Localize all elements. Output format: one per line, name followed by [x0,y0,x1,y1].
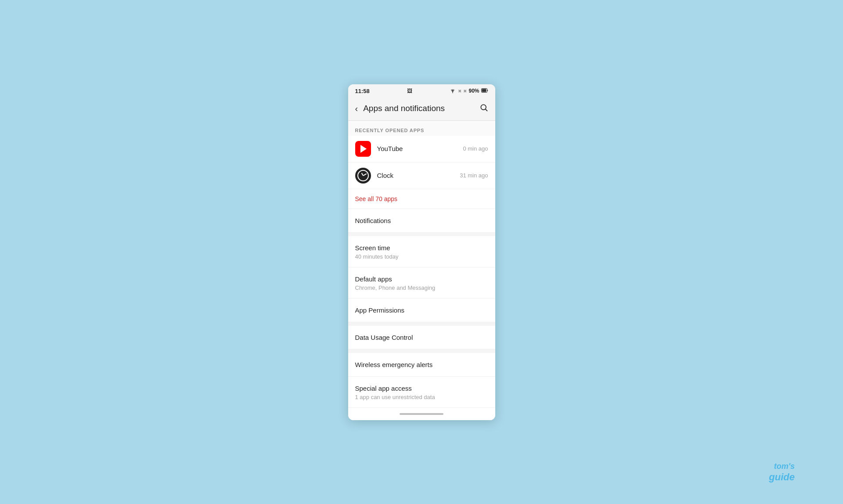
default-apps-title: Default apps [355,274,488,284]
battery-icon [481,88,488,94]
status-notification-icon: 🖼 [407,88,412,94]
menu-item-app-permissions[interactable]: App Permissions [348,299,495,322]
signal-icon: ✖ [458,89,461,94]
divider-1 [348,233,495,236]
clock-app-time: 31 min ago [460,172,488,179]
menu-item-screen-time[interactable]: Screen time 40 minutes today [348,236,495,267]
youtube-app-time: 0 min ago [463,145,488,152]
svg-point-0 [452,92,453,93]
youtube-play-triangle [360,145,367,153]
divider-3 [348,349,495,353]
status-icons: ✖ ✖ 90% [449,88,488,94]
page-title: Apps and notifications [363,104,477,113]
watermark-line1: tom's [769,462,795,472]
bottom-handle [348,408,495,420]
wireless-alerts-title: Wireless emergency alerts [355,360,488,369]
see-all-apps-link[interactable]: See all 70 apps [348,189,495,209]
wifi-icon [449,88,456,94]
app-item-youtube[interactable]: YouTube 0 min ago [348,136,495,162]
app-item-clock[interactable]: Clock 31 min ago [348,162,495,189]
screen-time-subtitle: 40 minutes today [355,253,488,260]
default-apps-subtitle: Chrome, Phone and Messaging [355,284,488,291]
special-app-access-title: Special app access [355,384,488,393]
special-app-access-subtitle: 1 app can use unrestricted data [355,394,488,400]
clock-minute-hand [363,173,367,176]
youtube-app-name: YouTube [377,145,463,152]
clock-app-name: Clock [377,172,460,179]
clock-face [357,170,369,181]
data-usage-title: Data Usage Control [355,333,488,342]
watermark: tom's guide [769,462,795,483]
menu-item-notifications[interactable]: Notifications [348,209,495,233]
phone-frame: 11:58 🖼 ✖ ✖ 90% ‹ A [348,84,495,420]
menu-item-wireless-alerts[interactable]: Wireless emergency alerts [348,353,495,377]
screen-time-title: Screen time [355,243,488,252]
content-area: RECENTLY OPENED APPS YouTube 0 min ago [348,121,495,408]
data-icon: ✖ [463,89,467,94]
search-button[interactable] [478,101,490,116]
menu-item-data-usage[interactable]: Data Usage Control [348,326,495,349]
status-bar: 11:58 🖼 ✖ ✖ 90% [348,84,495,97]
app-permissions-title: App Permissions [355,306,488,315]
svg-rect-2 [482,89,486,92]
battery-percent: 90% [468,88,479,94]
recently-opened-label: RECENTLY OPENED APPS [348,121,495,136]
divider-2 [348,322,495,326]
menu-item-special-app-access[interactable]: Special app access 1 app can use unrestr… [348,377,495,408]
watermark-line2: guide [769,472,795,483]
header: ‹ Apps and notifications [348,97,495,121]
svg-line-4 [485,109,487,111]
notifications-title: Notifications [355,216,488,225]
menu-item-default-apps[interactable]: Default apps Chrome, Phone and Messaging [348,267,495,299]
gesture-handle [400,413,443,415]
status-time: 11:58 [355,88,370,94]
clock-icon [355,168,371,184]
youtube-icon [355,141,371,157]
back-button[interactable]: ‹ [353,102,360,115]
